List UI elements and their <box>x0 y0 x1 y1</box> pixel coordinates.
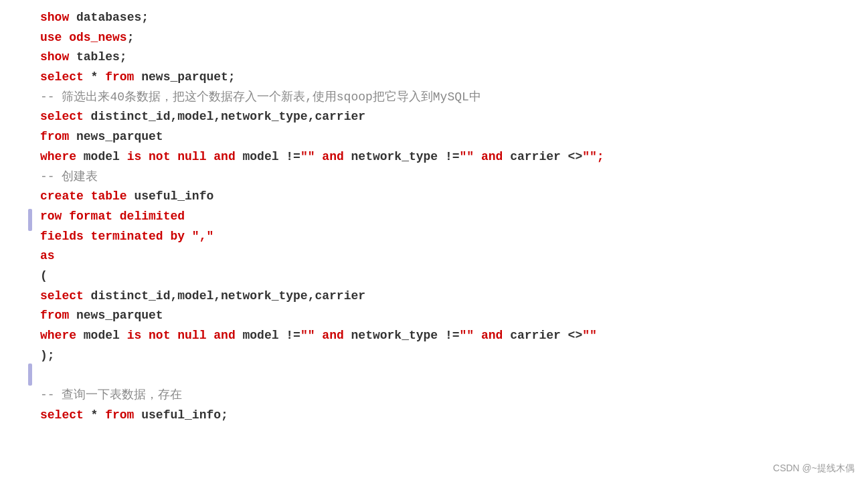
line-1: use ods_news; <box>40 28 855 48</box>
line-8: -- 创建表 <box>40 167 855 187</box>
line-9: create table useful_info <box>40 187 855 207</box>
line-18 <box>40 366 855 386</box>
line-17: ); <box>40 346 855 366</box>
line-5: select distinct_id,model,network_type,ca… <box>40 107 855 127</box>
accent-bar-1 <box>28 209 32 231</box>
line-14: select distinct_id,model,network_type,ca… <box>40 287 855 307</box>
line-15: from news_parquet <box>40 306 855 326</box>
line-6: from news_parquet <box>40 127 855 147</box>
line-13: ( <box>40 266 855 287</box>
line-0: show databases; <box>40 8 855 28</box>
watermark: CSDN @~提线木偶 <box>773 461 855 475</box>
line-4: -- 筛选出来40条数据，把这个数据存入一个新表,使用sqoop把它导入到MyS… <box>40 88 855 108</box>
line-12: as <box>40 246 855 266</box>
line-16: where model is not null and model !="" a… <box>40 326 855 346</box>
line-11: fields terminated by "," <box>40 227 855 247</box>
code-container: show databases;use ods_news;show tables;… <box>0 0 868 482</box>
line-20: select * from useful_info; <box>40 406 855 426</box>
line-2: show tables; <box>40 48 855 68</box>
line-19: -- 查询一下表数据，存在 <box>40 386 855 406</box>
line-3: select * from news_parquet; <box>40 68 855 88</box>
line-10: row format delimited <box>40 207 855 227</box>
code-lines: show databases;use ods_news;show tables;… <box>40 8 855 425</box>
accent-bar-2 <box>28 364 32 386</box>
line-7: where model is not null and model !="" a… <box>40 147 855 167</box>
